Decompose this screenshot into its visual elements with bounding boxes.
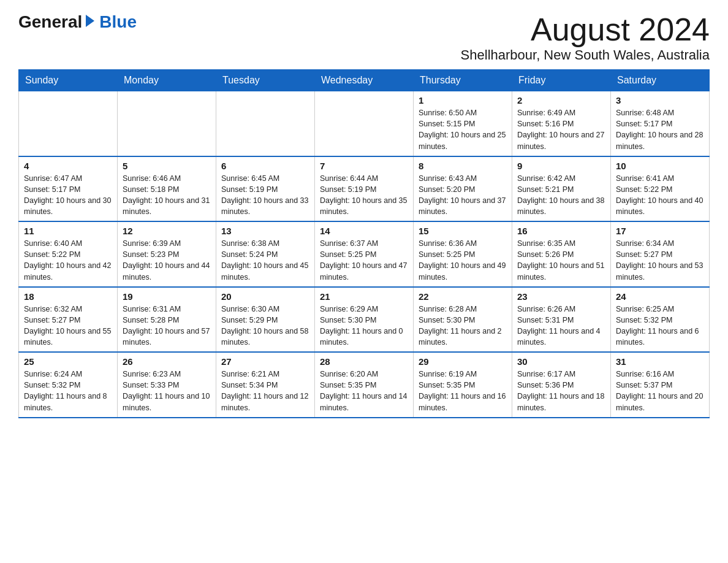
header-cell-friday: Friday xyxy=(512,70,611,91)
header-cell-wednesday: Wednesday xyxy=(315,70,414,91)
calendar-cell: 26Sunrise: 6:23 AMSunset: 5:33 PMDayligh… xyxy=(118,352,216,418)
calendar-cell: 25Sunrise: 6:24 AMSunset: 5:32 PMDayligh… xyxy=(19,352,118,418)
day-info: Sunrise: 6:32 AMSunset: 5:27 PMDaylight:… xyxy=(24,304,112,348)
day-info: Sunrise: 6:41 AMSunset: 5:22 PMDaylight:… xyxy=(616,173,704,218)
calendar-cell xyxy=(19,91,118,156)
day-info: Sunrise: 6:21 AMSunset: 5:34 PMDaylight:… xyxy=(221,369,309,413)
calendar-cell xyxy=(118,91,216,156)
day-info: Sunrise: 6:38 AMSunset: 5:24 PMDaylight:… xyxy=(221,238,309,283)
day-number: 23 xyxy=(517,291,605,302)
day-info: Sunrise: 6:20 AMSunset: 5:35 PMDaylight:… xyxy=(320,369,408,413)
day-info: Sunrise: 6:26 AMSunset: 5:31 PMDaylight:… xyxy=(517,304,605,348)
day-number: 6 xyxy=(221,161,309,171)
calendar-header: SundayMondayTuesdayWednesdayThursdayFrid… xyxy=(19,70,710,91)
day-number: 15 xyxy=(419,226,507,236)
logo-arrow-icon xyxy=(86,15,94,27)
day-number: 5 xyxy=(123,161,211,171)
day-info: Sunrise: 6:45 AMSunset: 5:19 PMDaylight:… xyxy=(221,173,309,218)
day-info: Sunrise: 6:24 AMSunset: 5:32 PMDaylight:… xyxy=(24,369,112,413)
day-info: Sunrise: 6:40 AMSunset: 5:22 PMDaylight:… xyxy=(24,238,112,283)
calendar-cell xyxy=(216,91,315,156)
day-number: 16 xyxy=(517,226,605,236)
calendar-cell: 17Sunrise: 6:34 AMSunset: 5:27 PMDayligh… xyxy=(611,221,710,287)
calendar-cell: 12Sunrise: 6:39 AMSunset: 5:23 PMDayligh… xyxy=(118,221,216,287)
day-number: 2 xyxy=(517,95,605,105)
day-number: 31 xyxy=(616,356,704,367)
day-info: Sunrise: 6:30 AMSunset: 5:29 PMDaylight:… xyxy=(221,304,309,348)
calendar-cell: 8Sunrise: 6:43 AMSunset: 5:20 PMDaylight… xyxy=(414,156,512,222)
calendar-cell: 1Sunrise: 6:50 AMSunset: 5:15 PMDaylight… xyxy=(414,91,512,156)
calendar-cell: 10Sunrise: 6:41 AMSunset: 5:22 PMDayligh… xyxy=(611,156,710,222)
calendar-cell: 16Sunrise: 6:35 AMSunset: 5:26 PMDayligh… xyxy=(512,221,611,287)
day-number: 4 xyxy=(24,161,112,171)
day-info: Sunrise: 6:43 AMSunset: 5:20 PMDaylight:… xyxy=(419,173,507,218)
calendar-cell: 28Sunrise: 6:20 AMSunset: 5:35 PMDayligh… xyxy=(315,352,414,418)
day-info: Sunrise: 6:29 AMSunset: 5:30 PMDaylight:… xyxy=(320,304,408,348)
week-row-4: 18Sunrise: 6:32 AMSunset: 5:27 PMDayligh… xyxy=(19,287,710,353)
day-number: 28 xyxy=(320,356,408,367)
calendar-cell: 27Sunrise: 6:21 AMSunset: 5:34 PMDayligh… xyxy=(216,352,315,418)
day-info: Sunrise: 6:19 AMSunset: 5:35 PMDaylight:… xyxy=(419,369,507,413)
calendar-cell: 21Sunrise: 6:29 AMSunset: 5:30 PMDayligh… xyxy=(315,287,414,353)
day-info: Sunrise: 6:28 AMSunset: 5:30 PMDaylight:… xyxy=(419,304,507,348)
month-year-title: August 2024 xyxy=(461,12,710,47)
day-number: 20 xyxy=(221,291,309,302)
day-info: Sunrise: 6:42 AMSunset: 5:21 PMDaylight:… xyxy=(517,173,605,218)
day-number: 30 xyxy=(517,356,605,367)
calendar-cell xyxy=(315,91,414,156)
day-number: 22 xyxy=(419,291,507,302)
logo-general: General xyxy=(18,12,82,32)
calendar-cell: 19Sunrise: 6:31 AMSunset: 5:28 PMDayligh… xyxy=(118,287,216,353)
week-row-5: 25Sunrise: 6:24 AMSunset: 5:32 PMDayligh… xyxy=(19,352,710,418)
header-cell-tuesday: Tuesday xyxy=(216,70,315,91)
day-number: 19 xyxy=(123,291,211,302)
day-number: 29 xyxy=(419,356,507,367)
calendar-cell: 7Sunrise: 6:44 AMSunset: 5:19 PMDaylight… xyxy=(315,156,414,222)
calendar-cell: 24Sunrise: 6:25 AMSunset: 5:32 PMDayligh… xyxy=(611,287,710,353)
calendar-cell: 18Sunrise: 6:32 AMSunset: 5:27 PMDayligh… xyxy=(19,287,118,353)
header-cell-thursday: Thursday xyxy=(414,70,512,91)
day-number: 21 xyxy=(320,291,408,302)
day-number: 3 xyxy=(616,95,704,105)
day-info: Sunrise: 6:31 AMSunset: 5:28 PMDaylight:… xyxy=(123,304,211,348)
day-number: 25 xyxy=(24,356,112,367)
header-cell-sunday: Sunday xyxy=(19,70,118,91)
calendar-cell: 3Sunrise: 6:48 AMSunset: 5:17 PMDaylight… xyxy=(611,91,710,156)
day-number: 12 xyxy=(123,226,211,236)
calendar-cell: 9Sunrise: 6:42 AMSunset: 5:21 PMDaylight… xyxy=(512,156,611,222)
day-number: 18 xyxy=(24,291,112,302)
day-number: 24 xyxy=(616,291,704,302)
day-info: Sunrise: 6:48 AMSunset: 5:17 PMDaylight:… xyxy=(616,107,704,152)
calendar-cell: 30Sunrise: 6:17 AMSunset: 5:36 PMDayligh… xyxy=(512,352,611,418)
location-subtitle: Shellharbour, New South Wales, Australia xyxy=(461,47,710,63)
header-row: SundayMondayTuesdayWednesdayThursdayFrid… xyxy=(19,70,710,91)
day-info: Sunrise: 6:25 AMSunset: 5:32 PMDaylight:… xyxy=(616,304,704,348)
calendar-cell: 5Sunrise: 6:46 AMSunset: 5:18 PMDaylight… xyxy=(118,156,216,222)
day-info: Sunrise: 6:46 AMSunset: 5:18 PMDaylight:… xyxy=(123,173,211,218)
day-info: Sunrise: 6:17 AMSunset: 5:36 PMDaylight:… xyxy=(517,369,605,413)
day-info: Sunrise: 6:50 AMSunset: 5:15 PMDaylight:… xyxy=(419,107,507,152)
day-number: 7 xyxy=(320,161,408,171)
day-info: Sunrise: 6:16 AMSunset: 5:37 PMDaylight:… xyxy=(616,369,704,413)
day-info: Sunrise: 6:35 AMSunset: 5:26 PMDaylight:… xyxy=(517,238,605,283)
calendar-cell: 15Sunrise: 6:36 AMSunset: 5:25 PMDayligh… xyxy=(414,221,512,287)
calendar-cell: 14Sunrise: 6:37 AMSunset: 5:25 PMDayligh… xyxy=(315,221,414,287)
logo-blue: Blue xyxy=(99,12,137,32)
calendar-cell: 31Sunrise: 6:16 AMSunset: 5:37 PMDayligh… xyxy=(611,352,710,418)
day-number: 26 xyxy=(123,356,211,367)
calendar-cell: 23Sunrise: 6:26 AMSunset: 5:31 PMDayligh… xyxy=(512,287,611,353)
week-row-1: 1Sunrise: 6:50 AMSunset: 5:15 PMDaylight… xyxy=(19,91,710,156)
page-header: General Blue August 2024 Shellharbour, N… xyxy=(18,12,710,63)
calendar-table: SundayMondayTuesdayWednesdayThursdayFrid… xyxy=(18,69,710,418)
day-info: Sunrise: 6:47 AMSunset: 5:17 PMDaylight:… xyxy=(24,173,112,218)
week-row-2: 4Sunrise: 6:47 AMSunset: 5:17 PMDaylight… xyxy=(19,156,710,222)
calendar-cell: 11Sunrise: 6:40 AMSunset: 5:22 PMDayligh… xyxy=(19,221,118,287)
day-info: Sunrise: 6:49 AMSunset: 5:16 PMDaylight:… xyxy=(517,107,605,152)
day-info: Sunrise: 6:37 AMSunset: 5:25 PMDaylight:… xyxy=(320,238,408,283)
calendar-cell: 4Sunrise: 6:47 AMSunset: 5:17 PMDaylight… xyxy=(19,156,118,222)
calendar-cell: 13Sunrise: 6:38 AMSunset: 5:24 PMDayligh… xyxy=(216,221,315,287)
day-info: Sunrise: 6:44 AMSunset: 5:19 PMDaylight:… xyxy=(320,173,408,218)
week-row-3: 11Sunrise: 6:40 AMSunset: 5:22 PMDayligh… xyxy=(19,221,710,287)
day-number: 9 xyxy=(517,161,605,171)
day-number: 8 xyxy=(419,161,507,171)
